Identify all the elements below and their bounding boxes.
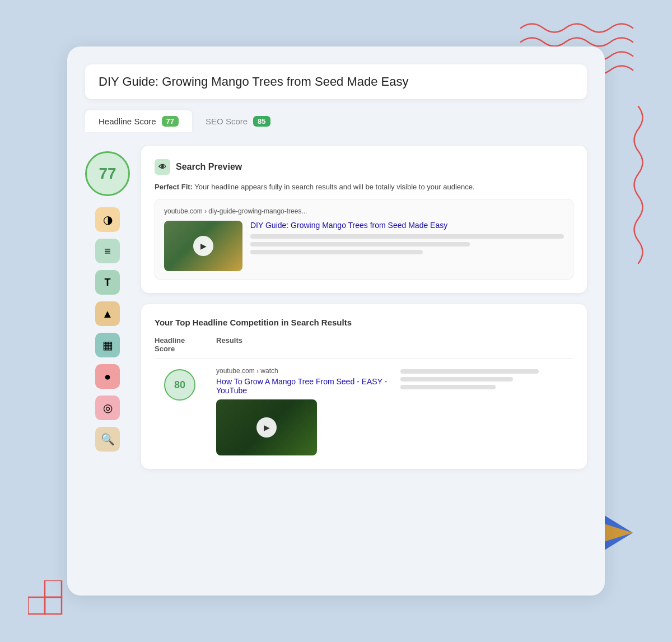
competition-table-header: Headline Score Results: [155, 336, 573, 359]
competition-row-0: 80 youtube.com › watch How To Grow A Man…: [155, 367, 573, 455]
comp-score-circle: 80: [164, 369, 195, 401]
search-preview-header: 👁 Search Preview: [155, 159, 573, 175]
col-score-header: Headline Score: [155, 336, 205, 353]
search-preview-box: youtube.com › diy-guide-growing-mango-tr…: [155, 199, 573, 280]
shapes-icon-btn[interactable]: ▲: [95, 301, 120, 326]
search-url: youtube.com › diy-guide-growing-mango-tr…: [164, 207, 564, 215]
search-result-title: DIY Guide: Growing Mango Trees from Seed…: [250, 221, 564, 230]
tab-headline-label: Headline Score: [99, 117, 156, 126]
chart-icon: ◑: [103, 213, 113, 226]
search-result-content: DIY Guide: Growing Mango Trees from Seed…: [250, 221, 564, 258]
squiggle-right-decoration: [622, 101, 655, 269]
face-icon-btn[interactable]: ●: [95, 364, 120, 389]
svg-rect-2: [45, 580, 62, 597]
comp-play-button[interactable]: ▶: [256, 417, 277, 438]
grid-icon-btn[interactable]: ▦: [95, 333, 120, 357]
sidebar-icons: 77 ◑ ≡ T ▲ ▦ ● ◎ 🔍: [85, 146, 130, 469]
comp-skeleton-3: [400, 385, 496, 389]
search-preview-icon: 👁: [155, 159, 170, 175]
search-preview-title: Search Preview: [176, 162, 242, 172]
list-icon-btn[interactable]: ≡: [95, 239, 120, 263]
skeleton-line-3: [250, 250, 423, 254]
search-icon: 🔍: [101, 432, 115, 446]
comp-video-thumbnail: ▶: [216, 399, 317, 455]
comp-result: youtube.com › watch How To Grow A Mango …: [216, 367, 389, 455]
score-circle: 77: [85, 151, 130, 196]
grid-icon: ▦: [102, 338, 113, 352]
text-icon-btn[interactable]: T: [95, 270, 120, 295]
face-icon: ●: [104, 370, 111, 383]
headline-input-wrapper: [85, 64, 587, 99]
comp-skeletons: [400, 367, 573, 393]
search-preview-panel: 👁 Search Preview Perfect Fit: Your headl…: [141, 146, 587, 293]
shapes-icon: ▲: [102, 308, 113, 320]
video-thumbnail: ▶: [164, 221, 242, 271]
comp-title: How To Grow A Mango Tree From Seed - EAS…: [216, 377, 389, 395]
eye-icon: 👁: [158, 162, 166, 171]
video-thumb-bg: ▶: [164, 221, 242, 271]
svg-rect-3: [28, 597, 45, 614]
list-icon: ≡: [104, 245, 111, 258]
search-result-row: ▶ DIY Guide: Growing Mango Trees from Se…: [164, 221, 564, 271]
tab-seo[interactable]: SEO Score 85: [192, 110, 284, 132]
tab-seo-badge: 85: [253, 116, 270, 127]
skeleton-line-1: [250, 234, 564, 239]
main-card: Headline Score 77 SEO Score 85 77 ◑ ≡ T …: [67, 46, 605, 596]
comp-skeleton-1: [400, 369, 539, 374]
tabs-container: Headline Score 77 SEO Score 85: [85, 110, 587, 132]
col-results-header: Results: [216, 336, 573, 353]
search-icon-btn[interactable]: 🔍: [95, 427, 120, 452]
tab-headline[interactable]: Headline Score 77: [85, 110, 192, 132]
right-panels: 👁 Search Preview Perfect Fit: Your headl…: [141, 146, 587, 469]
perfect-fit-text: Perfect Fit: Your headline appears fully…: [155, 183, 573, 191]
tab-seo-label: SEO Score: [206, 117, 248, 126]
comp-score-col: 80: [155, 367, 205, 401]
target-icon-btn[interactable]: ◎: [95, 396, 120, 420]
skeleton-line-2: [250, 242, 470, 246]
comp-skeleton-2: [400, 377, 513, 382]
svg-rect-4: [45, 597, 62, 614]
text-t-icon: T: [105, 277, 111, 289]
target-icon: ◎: [103, 401, 113, 415]
chart-icon-btn[interactable]: ◑: [95, 207, 120, 232]
comp-url: youtube.com › watch: [216, 367, 389, 375]
competition-panel: Your Top Headline Competition in Search …: [141, 304, 587, 469]
comp-video-thumb-bg: ▶: [216, 399, 317, 455]
tab-headline-badge: 77: [162, 116, 179, 127]
content-area: 77 ◑ ≡ T ▲ ▦ ● ◎ 🔍: [85, 146, 587, 469]
competition-header: Your Top Headline Competition in Search …: [155, 318, 573, 327]
play-button[interactable]: ▶: [193, 236, 213, 256]
headline-input[interactable]: [99, 75, 573, 89]
